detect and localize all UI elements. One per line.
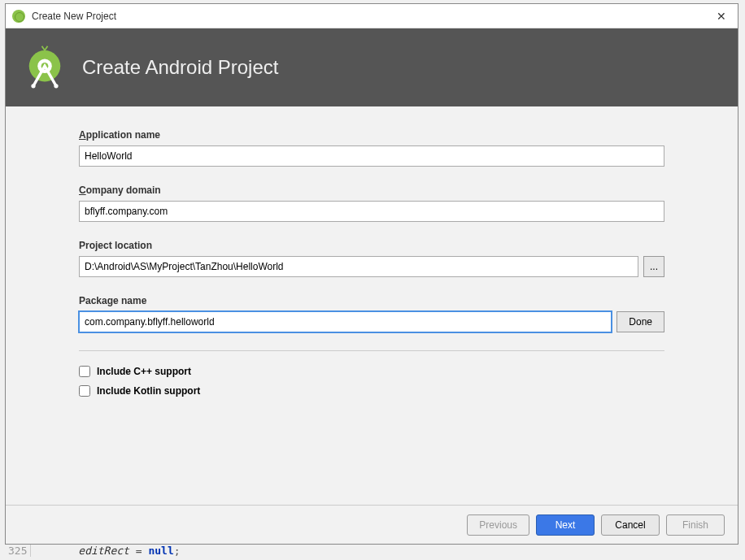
company-domain-input[interactable] — [79, 201, 664, 222]
android-studio-logo-icon — [22, 45, 68, 90]
include-cpp-checkbox[interactable] — [79, 366, 90, 377]
project-location-label: Project location — [79, 240, 664, 251]
close-icon: ✕ — [717, 10, 726, 23]
include-kotlin-checkbox[interactable] — [79, 385, 90, 397]
footer-buttons: Previous Next Cancel Finish — [6, 505, 738, 544]
include-cpp-label[interactable]: Include C++ support — [97, 366, 191, 377]
cancel-button[interactable]: Cancel — [601, 514, 660, 536]
done-button[interactable]: Done — [616, 311, 664, 332]
svg-point-3 — [31, 84, 35, 88]
window-title: Create New Project — [32, 11, 705, 22]
close-button[interactable]: ✕ — [705, 4, 738, 28]
next-button[interactable]: Next — [536, 514, 595, 536]
finish-button: Finish — [666, 514, 725, 536]
svg-point-4 — [54, 84, 58, 88]
dialog-window: Create New Project ✕ Create Android Proj… — [5, 3, 738, 545]
header-title: Create Android Project — [82, 56, 278, 79]
android-studio-icon — [12, 10, 25, 23]
include-cpp-row: Include C++ support — [79, 366, 664, 377]
titlebar: Create New Project ✕ — [6, 4, 738, 28]
application-name-input[interactable] — [79, 145, 664, 167]
field-company-domain: Company domain — [79, 184, 664, 222]
field-project-location: Project location ... — [79, 240, 664, 277]
form-content: Application name Company domain Project … — [6, 106, 738, 505]
company-domain-label: Company domain — [79, 184, 664, 196]
editor-bg-line: 325 editRect = null; — [8, 545, 181, 557]
field-application-name: Application name — [79, 129, 664, 167]
package-name-label: Package name — [79, 295, 664, 306]
divider — [79, 350, 664, 351]
package-name-input[interactable] — [79, 311, 612, 332]
previous-button: Previous — [467, 514, 529, 536]
include-kotlin-label[interactable]: Include Kotlin support — [97, 385, 200, 397]
project-location-input[interactable] — [79, 256, 638, 277]
svg-line-6 — [45, 46, 48, 50]
browse-button[interactable]: ... — [643, 256, 664, 277]
include-kotlin-row: Include Kotlin support — [79, 385, 664, 397]
header-band: Create Android Project — [6, 28, 738, 106]
field-package-name: Package name Done — [79, 295, 664, 332]
application-name-label: Application name — [79, 129, 664, 141]
